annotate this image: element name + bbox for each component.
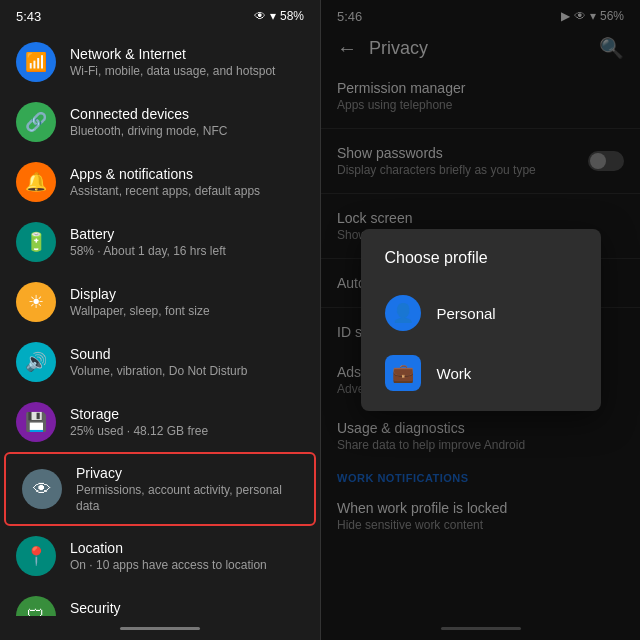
- battery-icon: 58%: [280, 9, 304, 23]
- settings-item-battery[interactable]: 🔋 Battery 58% · About 1 day, 16 hrs left: [0, 212, 320, 272]
- network-text: Network & Internet Wi-Fi, mobile, data u…: [70, 45, 304, 80]
- left-panel: 5:43 👁 ▾ 58% 📶 Network & Internet Wi-Fi,…: [0, 0, 320, 640]
- connected-title: Connected devices: [70, 105, 304, 123]
- network-title: Network & Internet: [70, 45, 304, 63]
- work-icon: 💼: [385, 355, 421, 391]
- connected-text: Connected devices Bluetooth, driving mod…: [70, 105, 304, 140]
- connected-icon: 🔗: [16, 102, 56, 142]
- storage-title: Storage: [70, 405, 304, 423]
- display-text: Display Wallpaper, sleep, font size: [70, 285, 304, 320]
- apps-title: Apps & notifications: [70, 165, 304, 183]
- eye-icon: 👁: [254, 9, 266, 23]
- security-icon: 🛡: [16, 596, 56, 616]
- home-indicator: [120, 627, 200, 630]
- settings-item-network[interactable]: 📶 Network & Internet Wi-Fi, mobile, data…: [0, 32, 320, 92]
- settings-item-display[interactable]: ☀ Display Wallpaper, sleep, font size: [0, 272, 320, 332]
- personal-option[interactable]: 👤 Personal: [361, 283, 601, 343]
- location-text: Location On · 10 apps have access to loc…: [70, 539, 304, 574]
- work-option[interactable]: 💼 Work: [361, 343, 601, 403]
- settings-item-location[interactable]: 📍 Location On · 10 apps have access to l…: [0, 526, 320, 586]
- storage-subtitle: 25% used · 48.12 GB free: [70, 424, 304, 440]
- network-icon: 📶: [16, 42, 56, 82]
- work-label: Work: [437, 365, 472, 382]
- wifi-icon: ▾: [270, 9, 276, 23]
- storage-icon: 💾: [16, 402, 56, 442]
- settings-item-security[interactable]: 🛡 Security Play Protect, screen lock, fi…: [0, 586, 320, 616]
- location-subtitle: On · 10 apps have access to location: [70, 558, 304, 574]
- modal-title: Choose profile: [361, 249, 601, 283]
- battery-text: Battery 58% · About 1 day, 16 hrs left: [70, 225, 304, 260]
- apps-icon: 🔔: [16, 162, 56, 202]
- left-status-bar: 5:43 👁 ▾ 58%: [0, 0, 320, 28]
- left-nav-bar: [0, 616, 320, 640]
- privacy-text: Privacy Permissions, account activity, p…: [76, 464, 298, 514]
- security-text: Security Play Protect, screen lock, fing…: [70, 599, 304, 616]
- apps-subtitle: Assistant, recent apps, default apps: [70, 184, 304, 200]
- display-subtitle: Wallpaper, sleep, font size: [70, 304, 304, 320]
- connected-subtitle: Bluetooth, driving mode, NFC: [70, 124, 304, 140]
- battery-icon: 🔋: [16, 222, 56, 262]
- right-panel: 5:46 ▶ 👁 ▾ 56% ← Privacy 🔍 Permission ma…: [320, 0, 640, 640]
- sound-subtitle: Volume, vibration, Do Not Disturb: [70, 364, 304, 380]
- battery-subtitle: 58% · About 1 day, 16 hrs left: [70, 244, 304, 260]
- settings-item-apps[interactable]: 🔔 Apps & notifications Assistant, recent…: [0, 152, 320, 212]
- settings-item-connected[interactable]: 🔗 Connected devices Bluetooth, driving m…: [0, 92, 320, 152]
- network-subtitle: Wi-Fi, mobile, data usage, and hotspot: [70, 64, 304, 80]
- left-status-icons: 👁 ▾ 58%: [254, 9, 304, 23]
- display-icon: ☀: [16, 282, 56, 322]
- sound-icon: 🔊: [16, 342, 56, 382]
- settings-item-storage[interactable]: 💾 Storage 25% used · 48.12 GB free: [0, 392, 320, 452]
- personal-label: Personal: [437, 305, 496, 322]
- security-title: Security: [70, 599, 304, 616]
- privacy-icon: 👁: [22, 469, 62, 509]
- settings-item-sound[interactable]: 🔊 Sound Volume, vibration, Do Not Distur…: [0, 332, 320, 392]
- privacy-subtitle: Permissions, account activity, personal …: [76, 483, 298, 514]
- privacy-title: Privacy: [76, 464, 298, 482]
- settings-list: 📶 Network & Internet Wi-Fi, mobile, data…: [0, 28, 320, 616]
- sound-text: Sound Volume, vibration, Do Not Disturb: [70, 345, 304, 380]
- location-icon: 📍: [16, 536, 56, 576]
- apps-text: Apps & notifications Assistant, recent a…: [70, 165, 304, 200]
- choose-profile-modal: Choose profile 👤 Personal 💼 Work: [361, 229, 601, 411]
- personal-icon: 👤: [385, 295, 421, 331]
- modal-overlay: Choose profile 👤 Personal 💼 Work: [321, 0, 640, 640]
- location-title: Location: [70, 539, 304, 557]
- sound-title: Sound: [70, 345, 304, 363]
- left-time: 5:43: [16, 9, 41, 24]
- storage-text: Storage 25% used · 48.12 GB free: [70, 405, 304, 440]
- settings-item-privacy[interactable]: 👁 Privacy Permissions, account activity,…: [4, 452, 316, 526]
- battery-title: Battery: [70, 225, 304, 243]
- display-title: Display: [70, 285, 304, 303]
